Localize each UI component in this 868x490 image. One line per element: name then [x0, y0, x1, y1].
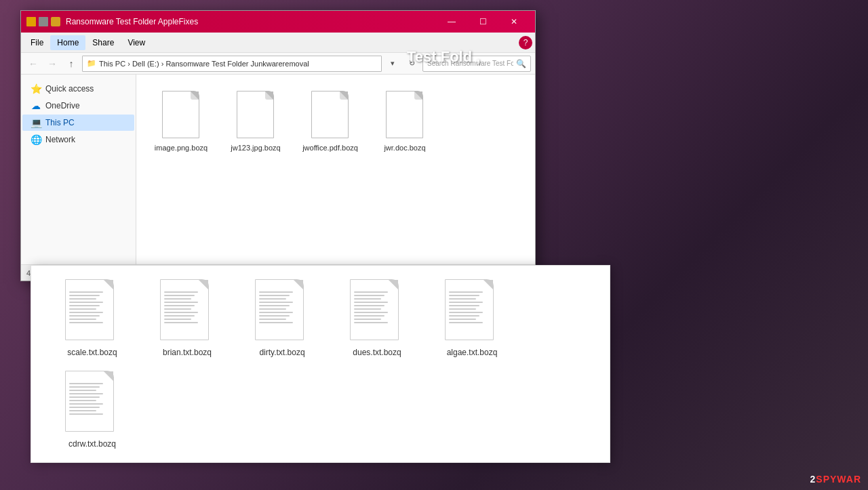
bottom-file-lines	[69, 383, 106, 417]
title-icon-save	[39, 17, 48, 26]
file-line	[449, 298, 476, 300]
file-line	[259, 315, 290, 317]
bottom-file-item[interactable]: brian.txt.bozq	[146, 279, 228, 357]
file-line	[69, 410, 96, 411]
bottom-file-name: dirty.txt.bozq	[259, 348, 304, 357]
file-line	[164, 295, 195, 296]
file-line	[69, 312, 103, 313]
menu-share[interactable]: Share	[85, 35, 121, 50]
file-line	[449, 302, 483, 303]
path-dropdown-button[interactable]: ▾	[384, 56, 401, 72]
bottom-file-icon	[65, 371, 119, 435]
file-page	[386, 91, 423, 138]
bottom-file-item[interactable]: dues.txt.bozq	[336, 279, 418, 357]
close-button[interactable]: ✕	[498, 11, 530, 33]
bottom-file-icon	[160, 279, 214, 344]
file-line	[449, 295, 479, 296]
bottom-file-item[interactable]: dirty.txt.bozq	[241, 279, 323, 357]
minimize-button[interactable]: —	[436, 11, 467, 33]
file-line	[69, 305, 100, 306]
overlay-text: Test Fold ,	[407, 48, 480, 66]
file-line	[449, 291, 483, 293]
address-path[interactable]: 📁 This PC › Dell (E:) › Ransomware Test …	[82, 56, 382, 72]
file-item[interactable]: image.png.bozq	[147, 85, 215, 157]
file-line	[354, 298, 381, 300]
menu-view[interactable]: View	[121, 35, 152, 50]
bottom-file-item[interactable]: scale.txt.bozq	[52, 279, 133, 357]
file-line	[449, 308, 476, 310]
this-pc-icon: 💻	[31, 117, 41, 128]
file-content-area: image.png.bozq jw123.jpg.bozq jwoffice.p…	[136, 75, 535, 264]
file-line	[69, 291, 103, 293]
file-line	[164, 291, 198, 293]
menu-file[interactable]: File	[24, 35, 50, 50]
file-item[interactable]: jwoffice.pdf.bozq	[296, 85, 364, 157]
nav-onedrive[interactable]: ☁ OneDrive	[22, 98, 134, 114]
file-page	[162, 91, 199, 138]
file-line	[69, 322, 103, 323]
file-line	[164, 298, 191, 300]
nav-network-label: Network	[45, 135, 75, 144]
bottom-file-lines	[164, 291, 201, 325]
file-item[interactable]: jw123.jpg.bozq	[222, 85, 290, 157]
forward-button[interactable]: →	[44, 56, 60, 72]
file-line	[449, 322, 483, 323]
nav-quick-access[interactable]: ⭐ Quick access	[22, 81, 134, 97]
title-bar-controls: — ☐ ✕	[436, 11, 530, 33]
file-line	[69, 400, 96, 401]
file-line	[164, 308, 191, 310]
file-line	[69, 383, 103, 384]
file-line	[259, 302, 293, 303]
maximize-button[interactable]: ☐	[467, 11, 498, 33]
bottom-file-item[interactable]: cdrw.txt.bozq	[52, 371, 133, 449]
path-text: This PC › Dell (E:) › Ransomware Test Fo…	[99, 60, 309, 68]
file-line	[69, 298, 96, 300]
nav-this-pc-label: This PC	[45, 118, 75, 127]
file-icon	[310, 89, 351, 140]
folder-icon: 📁	[87, 59, 96, 68]
bottom-file-name: algae.txt.bozq	[447, 348, 498, 357]
file-line	[259, 291, 293, 293]
bottom-file-icon	[445, 279, 499, 344]
file-line	[259, 295, 290, 296]
file-line	[259, 298, 286, 300]
watermark-red: SPYWAR	[816, 474, 861, 485]
file-line	[69, 413, 103, 415]
file-name: jw123.jpg.bozq	[231, 143, 280, 152]
file-line	[354, 302, 388, 303]
bottom-file-item[interactable]: algae.txt.bozq	[431, 279, 513, 357]
onedrive-icon: ☁	[31, 100, 41, 111]
file-line	[354, 315, 384, 317]
file-line	[259, 308, 286, 310]
bottom-panel: scale.txt.bozq brian.txt.bozq dirty.txt.…	[31, 265, 610, 463]
bottom-file-name: brian.txt.bozq	[163, 348, 212, 357]
file-line	[164, 322, 198, 323]
file-line	[354, 308, 381, 310]
title-bar: Ransomware Test Folder AppleFixes — ☐ ✕	[21, 11, 535, 33]
bottom-file-lines	[259, 291, 296, 325]
file-line	[164, 312, 198, 313]
file-line	[69, 386, 100, 388]
file-item[interactable]: jwr.doc.bozq	[371, 85, 439, 157]
file-page	[311, 91, 349, 138]
file-line	[69, 390, 96, 391]
nav-quick-access-label: Quick access	[45, 84, 94, 94]
bottom-file-lines	[69, 291, 106, 325]
nav-this-pc[interactable]: 💻 This PC	[22, 115, 134, 131]
title-icon-folder	[51, 17, 60, 26]
file-line	[354, 322, 388, 323]
file-line	[164, 302, 198, 303]
menu-help[interactable]: ?	[519, 36, 532, 49]
file-line	[69, 407, 100, 408]
bottom-file-icon	[255, 279, 309, 344]
file-line	[354, 295, 384, 296]
menu-home[interactable]: Home	[50, 35, 85, 50]
up-button[interactable]: ↑	[63, 56, 79, 72]
bottom-file-name: dues.txt.bozq	[353, 348, 401, 357]
back-button[interactable]: ←	[25, 56, 41, 72]
nav-network[interactable]: 🌐 Network	[22, 131, 134, 148]
file-line	[69, 393, 103, 394]
file-line	[164, 315, 195, 317]
file-line	[69, 403, 103, 405]
watermark: 2SPYWAR	[810, 474, 861, 485]
